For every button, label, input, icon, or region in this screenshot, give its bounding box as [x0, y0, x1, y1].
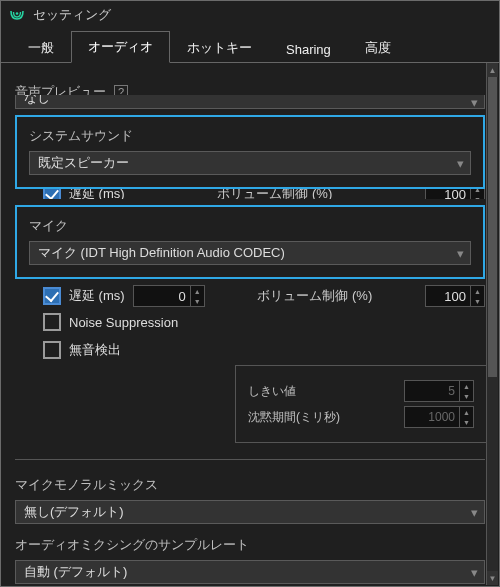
audio-mix-rate-label: オーディオミクシングのサンプルレート: [15, 536, 485, 554]
mono-mix-dropdown[interactable]: 無し(デフォルト) ▾: [15, 500, 485, 524]
titlebar: セッティング: [1, 1, 499, 29]
threshold-value: 5: [448, 384, 455, 398]
system-sound-title: システムサウンド: [29, 127, 471, 145]
system-sound-value: 既定スピーカー: [38, 154, 129, 172]
vertical-scrollbar[interactable]: ▲ ▼: [486, 63, 498, 585]
mic-value: マイク (IDT High Definition Audio CODEC): [38, 244, 285, 262]
silence-detect-checkbox[interactable]: [43, 341, 61, 359]
chevron-down-icon: ▾: [471, 505, 478, 520]
latency-label: 遅延 (ms): [69, 189, 125, 199]
tabs: 一般 オーディオ ホットキー Sharing 高度: [1, 33, 499, 63]
mic-latency-row: 遅延 (ms) 0 ▲▼ ボリューム制御 (%) 100 ▲▼: [15, 285, 485, 307]
silence-detect-label: 無音検出: [69, 341, 121, 359]
chevron-down-icon: ▾: [471, 95, 478, 109]
mono-mix-value: 無し(デフォルト): [24, 503, 124, 521]
preview-dropdown[interactable]: なし ▾: [15, 95, 485, 109]
scroll-thumb[interactable]: [488, 77, 497, 377]
audio-mix-rate-dropdown[interactable]: 自動 (デフォルト) ▾: [15, 560, 485, 584]
mic-volume-limit-value: 100: [444, 289, 466, 304]
mic-latency-spin[interactable]: 0 ▲▼: [133, 285, 205, 307]
mic-latency-label: 遅延 (ms): [69, 287, 125, 305]
system-sound-dropdown[interactable]: 既定スピーカー ▾: [29, 151, 471, 175]
system-sound-section: システムサウンド 既定スピーカー ▾: [15, 115, 485, 189]
volume-limit-spin[interactable]: 100 ▲▼: [425, 189, 485, 199]
mic-latency-checkbox[interactable]: [43, 287, 61, 305]
chevron-down-icon: ▾: [457, 246, 464, 261]
mic-volume-limit-label: ボリューム制御 (%): [257, 287, 372, 305]
tab-hotkey[interactable]: ホットキー: [170, 32, 269, 63]
audio-mix-rate-value: 自動 (デフォルト): [24, 563, 127, 581]
silence-duration-label: 沈黙期間(ミリ秒): [248, 409, 340, 426]
silence-duration-spin[interactable]: 1000 ▲▼: [404, 406, 474, 428]
noise-suppression-row: Noise Suppression: [15, 313, 485, 331]
mic-section: マイク マイク (IDT High Definition Audio CODEC…: [15, 205, 485, 279]
chevron-down-icon: ▾: [457, 156, 464, 171]
latency-checkbox[interactable]: [43, 189, 61, 199]
tab-advanced[interactable]: 高度: [348, 32, 408, 63]
mic-title: マイク: [29, 217, 471, 235]
scroll-down-button[interactable]: ▼: [487, 571, 498, 585]
noise-suppression-checkbox[interactable]: [43, 313, 61, 331]
volume-limit-label: ボリューム制御 (%): [217, 189, 332, 199]
silence-detect-row: 無音検出: [15, 341, 485, 359]
silence-duration-value: 1000: [428, 410, 455, 424]
mic-latency-value: 0: [178, 289, 185, 304]
tab-general[interactable]: 一般: [11, 32, 71, 63]
mic-dropdown[interactable]: マイク (IDT High Definition Audio CODEC) ▾: [29, 241, 471, 265]
scroll-up-button[interactable]: ▲: [487, 63, 498, 77]
volume-limit-value: 100: [444, 189, 466, 199]
noise-suppression-label: Noise Suppression: [69, 315, 178, 330]
scroll-area: 音声プレビュー ? なし ▾ システムサウンド 既定スピーカー ▾ 遅延 (ms…: [1, 71, 499, 586]
chevron-down-icon: ▾: [471, 565, 478, 580]
svg-point-0: [16, 12, 19, 15]
threshold-label: しきい値: [248, 383, 296, 400]
mic-volume-limit-spin[interactable]: 100 ▲▼: [425, 285, 485, 307]
preview-value: なし: [24, 95, 50, 107]
window-title: セッティング: [33, 6, 111, 24]
app-logo-icon: [9, 7, 25, 23]
tab-sharing[interactable]: Sharing: [269, 35, 348, 63]
tab-audio[interactable]: オーディオ: [71, 31, 170, 63]
threshold-spin[interactable]: 5 ▲▼: [404, 380, 474, 402]
threshold-block: しきい値 5 ▲▼ 沈黙期間(ミリ秒) 1000 ▲▼: [235, 365, 487, 443]
section-divider: [15, 459, 485, 460]
mono-mix-label: マイクモノラルミックス: [15, 476, 485, 494]
settings-window: セッティング 一般 オーディオ ホットキー Sharing 高度 音声プレビュー…: [0, 0, 500, 587]
